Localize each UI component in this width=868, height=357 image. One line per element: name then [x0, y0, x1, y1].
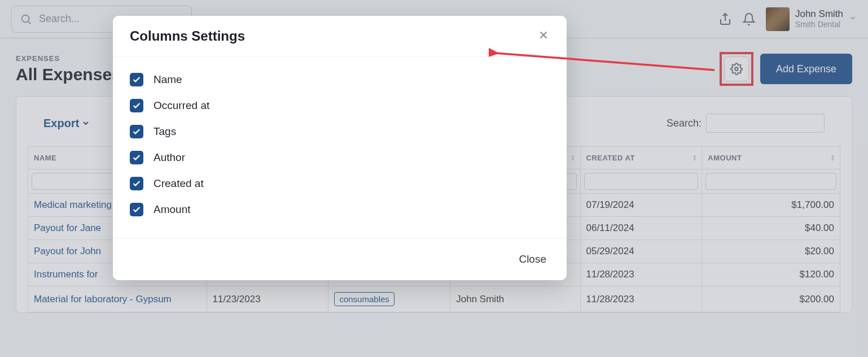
check-icon: [132, 75, 141, 84]
topbar-right: John Smith Smith Dental: [718, 7, 857, 31]
cell-created-at: 06/11/2024: [580, 217, 702, 240]
column-toggle-label: Occurred at: [154, 99, 209, 112]
checkbox[interactable]: [130, 177, 143, 190]
modal-close-text-button[interactable]: Close: [519, 253, 546, 265]
cell-created-at: 11/28/2023: [580, 263, 702, 286]
cell-created-at: 11/28/2023: [580, 286, 702, 312]
header-actions: Add Expense: [720, 52, 852, 86]
modal-body: NameOccurred atTagsAuthorCreated atAmoun…: [113, 57, 567, 238]
column-toggle-row: Occurred at: [130, 99, 550, 112]
column-toggle-label: Tags: [154, 125, 176, 138]
col-header-amount[interactable]: AMOUNT▲▼: [702, 147, 840, 169]
close-icon: [537, 29, 550, 41]
table-search-label: Search:: [667, 117, 702, 129]
table-search-input[interactable]: [706, 114, 825, 133]
column-settings-button[interactable]: [724, 56, 749, 81]
columns-settings-modal: Columns Settings NameOccurred atTagsAuth…: [113, 16, 567, 280]
svg-line-1: [28, 21, 30, 24]
column-toggle-row: Tags: [130, 125, 550, 138]
chevron-down-icon: [81, 119, 90, 128]
column-toggle-row: Amount: [130, 203, 550, 216]
column-toggle-label: Author: [154, 151, 185, 164]
chevron-down-icon: [849, 14, 857, 24]
sort-icon: ▲▼: [692, 154, 697, 162]
cell-created-at: 07/19/2024: [580, 194, 702, 217]
cell-tags: consumables: [328, 286, 450, 312]
check-icon: [132, 153, 141, 162]
notifications-button[interactable]: [742, 12, 756, 26]
checkbox[interactable]: [130, 203, 143, 216]
column-toggle-row: Author: [130, 151, 550, 164]
expense-name-link[interactable]: Medical marketing: [34, 199, 112, 210]
cell-amount: $40.00: [702, 217, 840, 240]
page-title: All Expenses: [16, 65, 121, 84]
check-icon: [132, 179, 141, 188]
cell-amount: $120.00: [702, 263, 840, 286]
bell-icon: [742, 12, 756, 26]
expense-name-link[interactable]: Payout for John: [34, 246, 101, 256]
column-toggle-row: Created at: [130, 177, 550, 190]
checkbox[interactable]: [130, 73, 143, 86]
check-icon: [132, 205, 141, 214]
modal-close-button[interactable]: [537, 29, 550, 43]
gear-icon: [730, 63, 743, 75]
check-icon: [132, 127, 141, 136]
column-toggle-label: Name: [154, 73, 182, 86]
filter-created[interactable]: [584, 173, 699, 190]
svg-point-3: [735, 67, 738, 71]
modal-header: Columns Settings: [113, 16, 567, 57]
user-menu[interactable]: John Smith Smith Dental: [766, 7, 857, 31]
share-icon: [718, 12, 732, 26]
export-button[interactable]: Export: [43, 117, 90, 130]
checkbox[interactable]: [130, 151, 143, 164]
column-toggle-row: Name: [130, 73, 550, 86]
modal-title: Columns Settings: [130, 28, 245, 44]
search-icon: [20, 13, 32, 25]
breadcrumb: EXPENSES: [16, 54, 121, 63]
checkbox[interactable]: [130, 99, 143, 112]
cell-occurred-at: 11/23/2023: [207, 286, 328, 312]
cell-amount: $1,700.00: [702, 194, 840, 217]
check-icon: [132, 101, 141, 110]
export-label: Export: [43, 117, 79, 130]
settings-highlight: [720, 52, 753, 86]
expense-name-link[interactable]: Payout for Jane: [34, 223, 101, 233]
column-toggle-label: Created at: [154, 177, 204, 190]
expense-name-link[interactable]: Material for laboratory - Gypsum: [34, 294, 172, 304]
svg-point-0: [22, 15, 29, 22]
modal-footer: Close: [113, 238, 567, 280]
tag-badge[interactable]: consumables: [334, 292, 394, 306]
user-name: John Smith: [795, 8, 843, 20]
share-button[interactable]: [718, 12, 732, 26]
table-row: Material for laboratory - Gypsum11/23/20…: [28, 286, 840, 312]
user-org: Smith Dental: [795, 20, 843, 29]
checkbox[interactable]: [130, 125, 143, 138]
expense-name-link[interactable]: Instruments for: [34, 269, 98, 280]
filter-amount[interactable]: [705, 173, 836, 190]
sort-icon: ▲▼: [571, 154, 575, 162]
avatar: [766, 7, 790, 31]
cell-created-at: 05/29/2024: [580, 240, 702, 263]
cell-amount: $200.00: [702, 286, 840, 312]
table-search: Search:: [667, 114, 825, 133]
col-header-created[interactable]: CREATED AT▲▼: [580, 147, 702, 169]
cell-amount: $20.00: [702, 240, 840, 263]
sort-icon: ▲▼: [831, 154, 835, 162]
user-text: John Smith Smith Dental: [795, 8, 843, 29]
cell-author: John Smith: [450, 286, 580, 312]
add-expense-button[interactable]: Add Expense: [760, 54, 852, 84]
column-toggle-label: Amount: [154, 203, 190, 216]
